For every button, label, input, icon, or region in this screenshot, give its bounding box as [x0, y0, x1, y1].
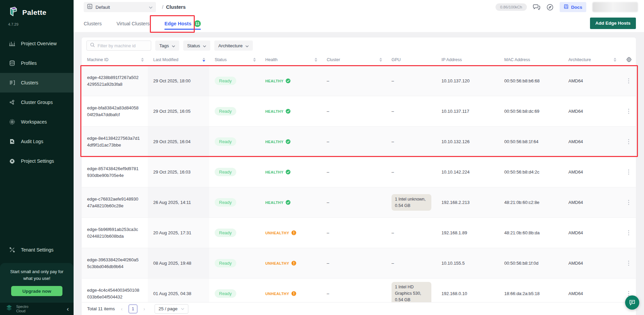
- filter-dropdown-tags[interactable]: Tags: [155, 41, 179, 51]
- tab-edge-hosts[interactable]: Edge Hosts11: [164, 14, 201, 32]
- cell-status: Ready: [209, 77, 260, 85]
- cell-actions: [620, 259, 636, 267]
- cell-gpu: –: [386, 139, 436, 144]
- next-page-icon[interactable]: ›: [142, 306, 146, 312]
- target-icon: [9, 119, 16, 125]
- project-selector[interactable]: Default: [84, 2, 156, 12]
- column-settings-gear-icon[interactable]: [626, 57, 632, 62]
- row-menu-kebab-icon[interactable]: [626, 77, 631, 85]
- gpu-badge: 1 Intel HD Graphics 530, 0.54 GB: [392, 282, 431, 302]
- check-circle-icon: [286, 78, 291, 83]
- table-row[interactable]: edge-c76832aefe914893047a48210b60c28e26 …: [82, 187, 636, 218]
- cell-ip-address: 10.10.137.117: [436, 109, 499, 114]
- user-account-redacted[interactable]: [592, 2, 638, 12]
- cell-ip-address: 192.168.0.10: [436, 291, 499, 296]
- search-input[interactable]: [98, 43, 147, 48]
- last-modified-value: 29 Oct 2025, 16:04: [148, 139, 195, 144]
- column-header-machine-id[interactable]: Machine ID: [82, 54, 148, 65]
- support-compass-icon[interactable]: [546, 4, 554, 11]
- column-header-last-modified[interactable]: Last Modified: [148, 54, 209, 65]
- cell-gpu: –: [386, 230, 436, 235]
- table-row[interactable]: edge-4c4c4544003450108033b6e04f50443201 …: [82, 279, 636, 302]
- sidebar-item-profiles[interactable]: Profiles: [0, 53, 74, 73]
- chat-fab-button[interactable]: [625, 295, 639, 310]
- feedback-chat-icon[interactable]: [533, 4, 540, 10]
- sort-icon[interactable]: [141, 58, 144, 62]
- sidebar-item-project-settings[interactable]: Project Settings: [0, 151, 74, 171]
- breadcrumb-current[interactable]: Clusters: [166, 4, 186, 10]
- cell-machine-id: edge-c76832aefe914893047a48210b60c28e: [82, 196, 148, 209]
- column-header-label: IP Address: [441, 57, 495, 62]
- sort-icon[interactable]: [315, 58, 317, 62]
- collapse-sidebar-icon[interactable]: ‹: [67, 306, 69, 312]
- cell-health: HEALTHY: [260, 78, 321, 83]
- health-indicator: HEALTHY: [265, 139, 317, 144]
- last-modified-value: 08 Aug 2025, 19:48: [148, 261, 196, 266]
- sidebar-item-project-overview[interactable]: Project Overview: [0, 34, 74, 53]
- column-header-health[interactable]: Health: [260, 54, 321, 65]
- sort-desc-icon: [203, 60, 205, 62]
- cell-actions: [620, 77, 636, 85]
- cell-machine-id: edge-8e41384227563a7d14df9f1d1ac73bbe: [82, 135, 148, 148]
- cell-gpu: 1 Intel HD Graphics 530, 0.54 GB: [386, 282, 436, 302]
- machine-id-search[interactable]: [86, 41, 151, 51]
- sort-icon[interactable]: [614, 58, 616, 62]
- health-indicator: HEALTHY: [265, 109, 317, 114]
- cell-machine-id: edge-bfa83842a83d8405804f29a47ddbafcf: [82, 105, 148, 118]
- filter-dropdown-status[interactable]: Status: [183, 41, 210, 51]
- row-menu-kebab-icon[interactable]: [626, 199, 631, 206]
- cell-ip-address: 10.10.155.5: [436, 261, 499, 266]
- table-row[interactable]: edge-8e41384227563a7d14df9f1d1ac73bbe29 …: [82, 127, 636, 157]
- column-header-label: MAC Address: [504, 57, 559, 62]
- sort-asc-icon: [203, 58, 205, 59]
- column-header-architecture[interactable]: Architecture: [563, 54, 620, 65]
- sidebar-item-audit-logs[interactable]: Audit Logs: [0, 132, 74, 151]
- column-header-ip-address: IP Address: [436, 54, 499, 65]
- clusters-icon: [9, 79, 16, 86]
- prev-page-icon[interactable]: ‹: [119, 306, 124, 312]
- table-row[interactable]: edge-4238b891f7267a5024295521a92b3fa829 …: [82, 66, 636, 96]
- cell-last-modified: 29 Oct 2025, 16:05: [148, 96, 209, 126]
- sort-icon[interactable]: [253, 58, 256, 62]
- table-row[interactable]: edge-bfa83842a83d8405804f29a47ddbafcf29 …: [82, 96, 636, 127]
- table-row[interactable]: edge-5b96f691ab253ca3c02448210b608bda20 …: [82, 218, 636, 248]
- cell-mac-address: 00:50:56:b8:1f:64: [499, 139, 563, 144]
- table-row[interactable]: edge-857438426ef9d9781930dbe90b705e4e29 …: [82, 157, 636, 187]
- column-header-gpu: GPU: [386, 54, 436, 65]
- health-label: UNHEALTHY: [265, 231, 289, 235]
- cell-actions: [620, 138, 636, 146]
- sort-icon[interactable]: [203, 58, 205, 62]
- docs-label: Docs: [571, 5, 582, 10]
- sidebar-item-clusters[interactable]: Clusters: [0, 73, 74, 93]
- page-size-select[interactable]: 25 / page: [155, 304, 188, 314]
- upgrade-now-button[interactable]: Upgrade now: [11, 286, 62, 296]
- pagination-bar: Total 11 items ‹ 1 › 25 / page: [82, 302, 636, 315]
- sort-icon[interactable]: [379, 58, 382, 62]
- row-menu-kebab-icon[interactable]: [626, 229, 631, 237]
- row-menu-kebab-icon[interactable]: [626, 138, 631, 146]
- cell-cluster: –: [321, 169, 386, 175]
- sort-asc-icon: [141, 58, 144, 59]
- cell-architecture: AMD64: [563, 169, 620, 175]
- status-badge: Ready: [215, 259, 236, 267]
- cell-status: Ready: [209, 168, 260, 176]
- column-header-status[interactable]: Status: [209, 54, 260, 65]
- page-number[interactable]: 1: [129, 305, 137, 313]
- sidebar-item-cluster-groups[interactable]: Cluster Groups: [0, 93, 74, 112]
- status-badge: Ready: [215, 107, 236, 115]
- table-row[interactable]: edge-396338420e4f260a55c3bbd046db9b6408 …: [82, 248, 636, 279]
- docs-button[interactable]: Docs: [560, 2, 586, 12]
- sidebar-item-tenant-settings[interactable]: Tenant Settings: [0, 240, 74, 260]
- filter-dropdown-label: Tags: [159, 43, 169, 48]
- sort-asc-icon: [379, 58, 382, 59]
- row-menu-kebab-icon[interactable]: [626, 168, 631, 176]
- sidebar-item-workspaces[interactable]: Workspaces: [0, 112, 74, 132]
- health-label: HEALTHY: [265, 79, 284, 83]
- row-menu-kebab-icon[interactable]: [626, 107, 631, 115]
- column-header-cluster[interactable]: Cluster: [321, 54, 386, 65]
- add-edge-hosts-button[interactable]: Add Edge Hosts: [590, 18, 636, 29]
- tab-virtual-clusters[interactable]: Virtual Clusters: [116, 14, 150, 32]
- row-menu-kebab-icon[interactable]: [626, 259, 631, 267]
- filter-dropdown-architecture[interactable]: Architecture: [214, 41, 253, 51]
- tab-clusters[interactable]: Clusters: [84, 14, 102, 32]
